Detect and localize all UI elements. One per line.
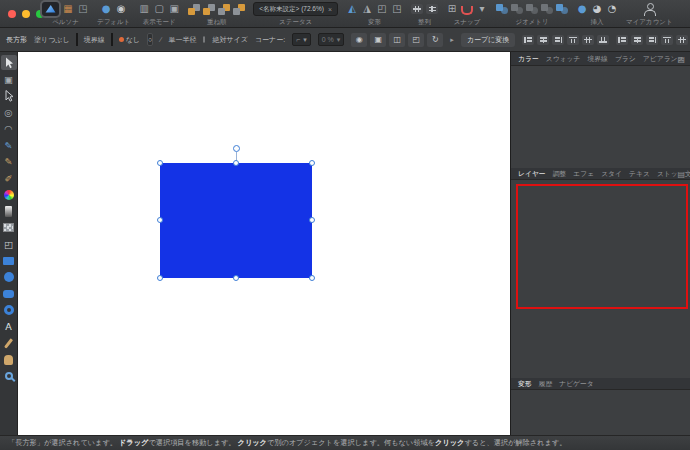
point-transform-tool[interactable]: ◎ (1, 105, 17, 120)
view-mode-pixel-icon[interactable]: ▢ (153, 2, 165, 16)
align-button-t[interactable] (567, 35, 579, 45)
boolean-intersect-icon[interactable] (526, 4, 538, 14)
ellipse-tool[interactable] (1, 270, 17, 285)
absolute-size-checkbox[interactable] (203, 36, 205, 43)
align-button-c[interactable] (537, 35, 549, 45)
artboard-tool[interactable]: ▣ (1, 72, 17, 87)
donut-tool[interactable] (1, 303, 17, 318)
align-button-m[interactable] (582, 35, 594, 45)
layers-panel-tab[interactable]: スタイ (601, 169, 622, 179)
layers-panel-tab[interactable]: 調整 (553, 169, 567, 179)
flip-horizontal-icon[interactable]: ◭ (346, 2, 358, 16)
boolean-combine-icon[interactable] (556, 4, 568, 14)
layers-panel-tab[interactable]: ストッ (657, 169, 678, 179)
boolean-add-icon[interactable] (496, 4, 508, 14)
distribute-button-r[interactable] (646, 35, 658, 45)
layers-panel-tab[interactable]: レイヤー (518, 169, 546, 179)
resize-handle-middle-right[interactable] (309, 217, 315, 223)
resize-handle-bottom-right[interactable] (309, 275, 315, 281)
pencil-tool[interactable]: ✎ (1, 154, 17, 169)
minimize-window-button[interactable] (22, 10, 30, 18)
rotate-ccw-icon[interactable]: ◰ (376, 2, 388, 16)
align-button-l[interactable] (522, 35, 534, 45)
tab-close-icon[interactable]: × (328, 6, 332, 13)
color-panel-tab[interactable]: カラー (518, 54, 539, 64)
move-to-back-icon[interactable] (233, 4, 245, 15)
corner-edit-button[interactable]: ▣ (370, 33, 386, 47)
distribute-button-t[interactable] (661, 35, 673, 45)
designer-persona-icon[interactable] (42, 2, 59, 16)
resize-handle-top-right[interactable] (309, 160, 315, 166)
rectangle-tool[interactable] (1, 253, 17, 268)
flip-vertical-icon[interactable]: ◮ (361, 2, 373, 16)
color-panel-tab[interactable]: ブラシ (615, 54, 636, 64)
view-tool[interactable] (1, 352, 17, 367)
alignment-icon[interactable] (411, 2, 423, 16)
document-tab[interactable]: <名称未設定> (72.6%)× (253, 2, 338, 16)
rotate-cw-icon[interactable]: ◳ (391, 2, 403, 16)
stroke-properties-button[interactable]: ○ (147, 33, 153, 46)
synchronise-defaults-icon[interactable]: ● (100, 2, 112, 16)
stroke-width-slider-handle[interactable] (119, 37, 124, 42)
view-mode-vector-icon[interactable]: ▥ (138, 2, 150, 16)
transform-panel-tab[interactable]: ナビゲータ (559, 379, 594, 389)
insert-inside-icon[interactable]: ◔ (606, 2, 618, 16)
fill-tool[interactable] (1, 187, 17, 202)
snap-grid-icon[interactable]: ⊞ (446, 2, 458, 16)
resize-handle-top-middle[interactable] (233, 160, 239, 166)
transform-panel-tab[interactable]: 変形 (518, 379, 532, 389)
corner-edit-button[interactable]: ◰ (408, 33, 424, 47)
layers-panel-tab[interactable]: エフェ (573, 169, 594, 179)
single-radius-label[interactable]: 単一半径 (168, 35, 196, 45)
view-mode-retina-icon[interactable]: ▣ (168, 2, 180, 16)
node-tool[interactable] (1, 88, 17, 103)
corner-edit-button[interactable]: ↻ (427, 33, 443, 47)
align-button-r[interactable] (552, 35, 564, 45)
snapping-magnet-icon[interactable] (461, 6, 473, 15)
export-persona-icon[interactable]: ◳ (77, 2, 89, 16)
selected-rectangle-object[interactable] (160, 163, 312, 278)
place-image-tool[interactable] (1, 220, 17, 235)
layers-panel-tab[interactable]: 文字 (685, 169, 690, 179)
resize-handle-bottom-middle[interactable] (233, 275, 239, 281)
boolean-divide-icon[interactable] (541, 4, 553, 14)
absolute-size-label[interactable]: 絶対サイズ (212, 35, 248, 45)
resize-handle-bottom-left[interactable] (157, 275, 163, 281)
layers-panel-menu-icon[interactable]: ▤ (677, 170, 685, 179)
vector-brush-tool[interactable]: ✐ (1, 171, 17, 186)
color-panel-tab[interactable]: スウォッチ (546, 54, 581, 64)
align-button-b[interactable] (597, 35, 609, 45)
distribute-button-c[interactable] (631, 35, 643, 45)
transparency-tool[interactable] (1, 204, 17, 219)
rounded-rectangle-tool[interactable] (1, 286, 17, 301)
corner-type-dropdown[interactable]: ⌐▾ (292, 33, 311, 46)
insert-behind-icon[interactable]: ● (576, 2, 588, 16)
insert-on-top-icon[interactable]: ◕ (591, 2, 603, 16)
rotation-handle[interactable] (233, 145, 240, 152)
distribute-icon[interactable] (426, 2, 438, 16)
distribute-button-m[interactable] (676, 35, 688, 45)
move-backward-icon[interactable] (218, 4, 230, 15)
transform-panel-tab[interactable]: 履歴 (539, 379, 553, 389)
resize-handle-middle-left[interactable] (157, 217, 163, 223)
account-icon[interactable] (643, 3, 655, 16)
colour-picker-tool[interactable] (1, 336, 17, 351)
move-forward-icon[interactable] (203, 4, 215, 15)
distribute-button-l[interactable] (616, 35, 628, 45)
move-to-front-icon[interactable] (188, 4, 200, 15)
color-panel-tab[interactable]: 境界線 (588, 54, 608, 64)
convert-to-curves-button[interactable]: カーブに変換 (461, 33, 516, 47)
corner-edit-button[interactable]: ◫ (389, 33, 405, 47)
layers-panel-tab[interactable]: テキス (629, 169, 650, 179)
pixel-persona-icon[interactable]: ▦ (62, 2, 74, 16)
move-tool[interactable] (1, 55, 17, 70)
revert-defaults-icon[interactable]: ◉ (115, 2, 127, 16)
artistic-text-tool[interactable]: A (1, 319, 17, 334)
boolean-subtract-icon[interactable] (511, 4, 523, 14)
canvas[interactable] (18, 52, 510, 435)
vector-crop-tool[interactable]: ◰ (1, 237, 17, 252)
close-window-button[interactable] (8, 10, 16, 18)
corner-radius-dropdown[interactable]: 0 %▾ (318, 33, 345, 46)
zoom-tool[interactable] (1, 369, 17, 384)
snapping-options-icon[interactable]: ▾ (476, 2, 488, 16)
